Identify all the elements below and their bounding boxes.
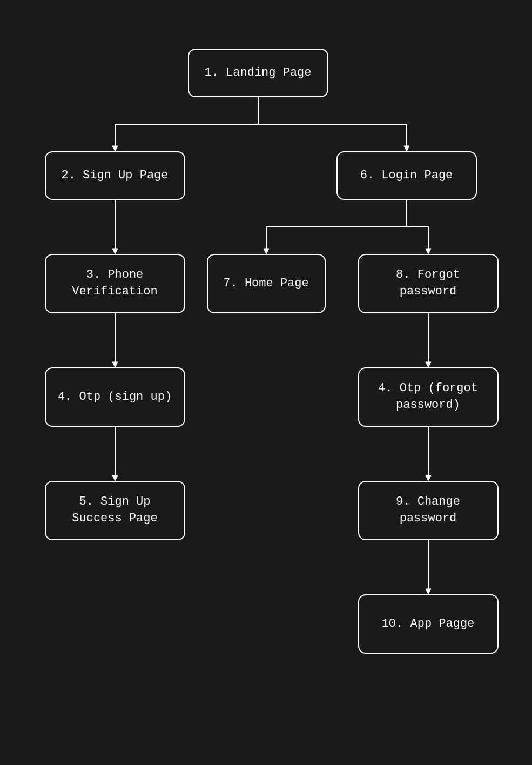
svg-marker-5 <box>426 249 431 254</box>
node-phone: 3. Phone Verification <box>45 254 185 313</box>
svg-marker-1 <box>404 146 409 151</box>
node-change_pwd: 9. Change password <box>358 481 499 540</box>
svg-marker-11 <box>426 362 431 367</box>
svg-marker-7 <box>112 362 118 367</box>
node-app: 10. App Pagge <box>358 594 499 654</box>
node-forgot: 8. Forgot password <box>358 254 499 313</box>
node-landing: 1. Landing Page <box>188 49 328 97</box>
svg-marker-15 <box>426 589 431 594</box>
node-signup: 2. Sign Up Page <box>45 151 185 200</box>
node-home: 7. Home Page <box>207 254 326 313</box>
svg-marker-4 <box>264 249 269 254</box>
node-otp_signup: 4. Otp (sign up) <box>45 367 185 427</box>
svg-marker-0 <box>112 146 118 151</box>
svg-marker-13 <box>426 475 431 481</box>
node-login: 6. Login Page <box>336 151 477 200</box>
svg-marker-3 <box>112 249 118 254</box>
svg-marker-9 <box>112 475 118 481</box>
node-otp_forgot: 4. Otp (forgot password) <box>358 367 499 427</box>
flowchart-diagram: 1. Landing Page2. Sign Up Page6. Login P… <box>23 22 509 746</box>
node-success: 5. Sign Up Success Page <box>45 481 185 540</box>
